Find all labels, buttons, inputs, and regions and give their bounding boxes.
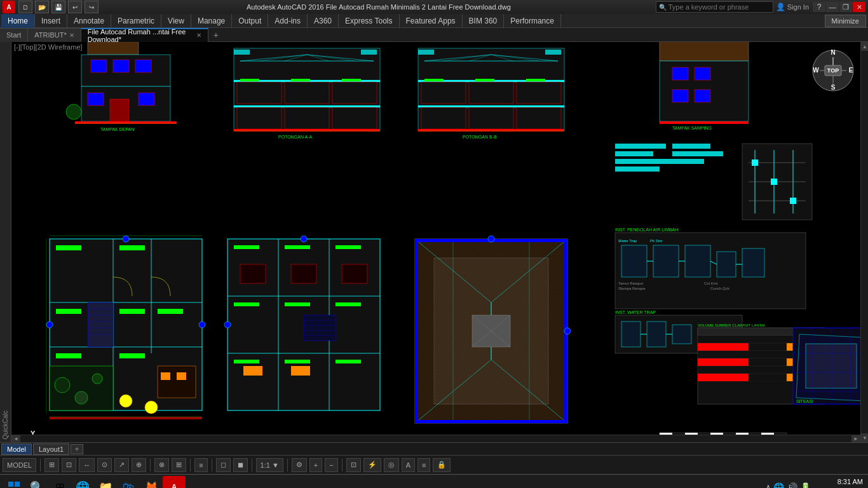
svg-text:W: W xyxy=(813,67,819,74)
tab-insert[interactable]: Insert xyxy=(35,14,67,28)
taskbar-taskview-button[interactable]: ⊞ xyxy=(48,476,71,489)
scroll-left-button[interactable]: ◄ xyxy=(11,435,20,443)
svg-rect-44 xyxy=(291,79,310,81)
doc-tab-atribut[interactable]: ATRIBUT* ✕ xyxy=(28,28,81,42)
annotation-scale-button[interactable]: 🔒 xyxy=(433,458,451,472)
taskbar-search-button[interactable]: 🔍 xyxy=(25,476,48,489)
status-separator-2 xyxy=(150,459,151,471)
restore-window-button[interactable]: ❐ xyxy=(839,2,852,12)
scroll-up-button[interactable]: ▲ xyxy=(861,42,868,51)
tab-output[interactable]: Output xyxy=(232,14,268,28)
tab-home[interactable]: Home xyxy=(1,14,35,28)
tab-parametric[interactable]: Parametric xyxy=(111,14,161,28)
model-space-button[interactable]: MODEL xyxy=(3,458,36,472)
svg-rect-39 xyxy=(332,82,377,104)
add-layout-button[interactable]: + xyxy=(71,444,83,454)
tab-bim360[interactable]: BIM 360 xyxy=(463,14,505,28)
tray-network-icon[interactable]: 🌐 xyxy=(773,482,784,489)
settings-button[interactable]: ⚙ xyxy=(292,458,307,472)
hardware-accel-button[interactable]: ⚡ xyxy=(363,458,381,472)
sign-in-label[interactable]: Sign In xyxy=(787,3,809,11)
svg-rect-40 xyxy=(237,107,281,129)
quick-access-new[interactable]: 🗋 xyxy=(18,1,32,13)
doc-tab-start[interactable]: Start xyxy=(0,28,28,42)
quick-access-open[interactable]: 📂 xyxy=(35,1,49,13)
cad-drawing[interactable]: TAMPAK DEPAN xyxy=(11,42,868,442)
lw-button[interactable]: ≡ xyxy=(194,458,207,472)
tab-addins[interactable]: Add-ins xyxy=(268,14,308,28)
svg-text:POTONGAN B-B: POTONGAN B-B xyxy=(463,135,497,139)
tab-view[interactable]: View xyxy=(161,14,191,28)
svg-rect-182 xyxy=(742,248,764,277)
scale-display[interactable]: 1:1 ▼ xyxy=(256,458,283,472)
svg-rect-180 xyxy=(685,245,710,277)
svg-rect-181 xyxy=(717,252,736,277)
doc-tab-atribut-close[interactable]: ✕ xyxy=(69,32,74,39)
tab-featured-apps[interactable]: Featured Apps xyxy=(400,14,463,28)
nav-cube[interactable]: N E S W TOP xyxy=(811,48,855,93)
close-window-button[interactable]: ✕ xyxy=(853,2,865,12)
zoom-in-button[interactable]: + xyxy=(309,458,322,472)
status-separator-4 xyxy=(212,459,212,471)
windows-start-button[interactable] xyxy=(3,476,25,489)
help-button[interactable]: ? xyxy=(813,2,825,12)
tray-volume-icon[interactable]: 🔊 xyxy=(787,482,797,489)
status-separator-6 xyxy=(287,459,288,471)
tray-arrow[interactable]: ∧ xyxy=(766,483,771,488)
sc-button[interactable]: ◼ xyxy=(233,458,248,472)
annotation-visibility-button[interactable]: A xyxy=(402,458,415,472)
svg-rect-66 xyxy=(424,79,444,81)
svg-text:Pit Smr: Pit Smr xyxy=(650,239,663,243)
svg-rect-60 xyxy=(421,82,466,104)
isolate-button[interactable]: ◎ xyxy=(384,458,399,472)
taskbar-edge-button[interactable]: 🌐 xyxy=(71,476,94,489)
doc-tab-main-close[interactable]: ✕ xyxy=(196,32,201,39)
tab-annotate[interactable]: Annotate xyxy=(67,14,111,28)
ortho-button[interactable]: ↔ xyxy=(79,458,95,472)
plumbing-detail xyxy=(742,144,812,220)
layout-tab-layout1[interactable]: Layout1 xyxy=(33,444,69,455)
search-input[interactable] xyxy=(668,3,770,11)
autoscale-button[interactable]: ≡ xyxy=(417,458,430,472)
windows-taskbar: 🔍 ⊞ 🌐 📁 🛍 🦊 A ∧ 🌐 🔊 🔋 8:31 AM 1/29/2020 xyxy=(0,474,868,488)
svg-rect-43 xyxy=(240,79,259,81)
workspace-button[interactable]: ⊡ xyxy=(346,458,361,472)
layout-tab-model[interactable]: Model xyxy=(1,444,32,455)
taskbar-clock[interactable]: 8:31 AM 1/29/2020 xyxy=(832,477,863,488)
quick-access-undo[interactable]: ↩ xyxy=(68,1,82,13)
tab-performance[interactable]: Performance xyxy=(504,14,561,28)
taskbar-explorer-button[interactable]: 📁 xyxy=(94,476,117,489)
svg-rect-169 xyxy=(415,239,418,423)
osnap-button[interactable]: ↗ xyxy=(114,458,129,472)
tab-manage[interactable]: Manage xyxy=(191,14,232,28)
drawing-viewport[interactable]: [-][Top][2D Wireframe] N E S W xyxy=(11,42,868,442)
taskbar-firefox-button[interactable]: 🦊 xyxy=(140,476,163,489)
minimize-window-button[interactable]: — xyxy=(826,2,839,12)
svg-rect-137 xyxy=(336,245,361,249)
tmod-button[interactable]: ◻ xyxy=(216,458,231,472)
zoom-out-button[interactable]: − xyxy=(325,458,337,472)
minimize-ribbon-button[interactable]: Minimize xyxy=(825,15,866,27)
dyn-button[interactable]: ⊞ xyxy=(172,458,186,472)
quick-access-save[interactable]: 💾 xyxy=(51,1,65,13)
svg-rect-204 xyxy=(698,343,749,351)
svg-rect-146 xyxy=(342,264,367,283)
svg-rect-61 xyxy=(469,82,513,104)
tab-a360[interactable]: A360 xyxy=(308,14,339,28)
snap-display-button[interactable]: ⊡ xyxy=(62,458,76,472)
taskbar-store-button[interactable]: 🛍 xyxy=(117,476,140,489)
doc-tab-add-button[interactable]: + xyxy=(208,29,224,41)
scroll-down-button[interactable]: ▼ xyxy=(861,433,868,442)
quick-access-redo[interactable]: ↪ xyxy=(85,1,98,13)
tab-express-tools[interactable]: Express Tools xyxy=(339,14,399,28)
svg-rect-144 xyxy=(240,264,266,283)
snap-grid-button[interactable]: ⊞ xyxy=(44,458,59,472)
ducs-button[interactable]: ⊗ xyxy=(154,458,169,472)
svg-rect-69 xyxy=(418,129,564,132)
svg-text:E: E xyxy=(849,67,853,74)
scroll-right-button[interactable]: ► xyxy=(851,435,860,443)
polar-button[interactable]: ⊙ xyxy=(97,458,112,472)
doc-tab-main[interactable]: File Autocad Rumah ...ntai Free Download… xyxy=(81,28,208,42)
taskbar-autocad-button[interactable]: A xyxy=(163,476,186,489)
otrack-button[interactable]: ⊕ xyxy=(132,458,146,472)
